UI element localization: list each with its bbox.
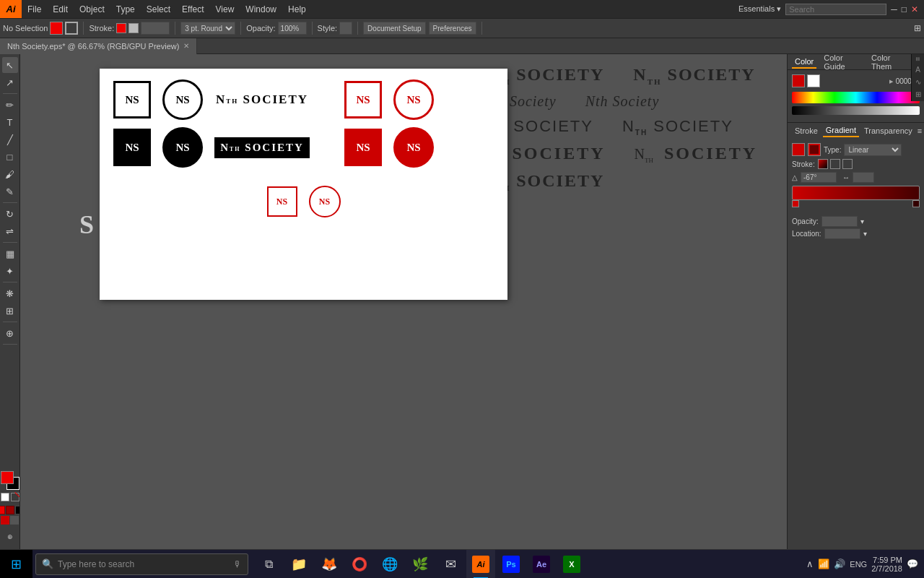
aftereffects-btn[interactable]: Ae: [527, 550, 556, 579]
stroke-value-input[interactable]: [141, 22, 170, 35]
style-box[interactable]: [339, 22, 352, 35]
gray-swatch[interactable]: [10, 516, 19, 525]
mail-btn[interactable]: ✉: [436, 550, 465, 579]
edge-btn[interactable]: 🌐: [375, 550, 404, 579]
gradient-color-box-2[interactable]: [808, 143, 821, 156]
line-tool[interactable]: ╱: [2, 131, 18, 147]
menu-file[interactable]: File: [22, 2, 47, 17]
firefox-btn[interactable]: 🦊: [315, 550, 344, 579]
gradient-location-input[interactable]: [824, 228, 860, 239]
paintbrush-tool[interactable]: 🖌: [2, 166, 18, 182]
toolbar: No Selection Stroke: 3 pt. Round Opacity…: [0, 18, 924, 38]
red-swatch-3[interactable]: [1, 516, 9, 525]
menu-object[interactable]: Object: [74, 2, 110, 17]
none-swatch[interactable]: [11, 493, 19, 501]
brightness-bar[interactable]: [792, 106, 920, 115]
tool-extra-icon[interactable]: ⊕: [2, 529, 18, 545]
minimize-btn[interactable]: ─: [891, 4, 897, 14]
opacity-input[interactable]: [278, 22, 307, 35]
white-swatch[interactable]: [1, 493, 9, 501]
start-button[interactable]: ⊞: [0, 550, 32, 579]
mirror-tool[interactable]: ⇌: [2, 223, 18, 239]
stroke-size-select[interactable]: 3 pt. Round: [180, 22, 235, 35]
taskview-btn[interactable]: ⧉: [254, 550, 283, 579]
gradient-opacity-input[interactable]: [821, 216, 858, 227]
color-tab[interactable]: Color: [792, 56, 816, 69]
transparency-tab[interactable]: Transparency: [861, 125, 915, 137]
canvas-area[interactable]: S NTH SOCIETY NTH SOCIETY Nth Society Nt…: [20, 54, 787, 549]
gradient-ratio-input[interactable]: [853, 172, 874, 183]
expand-tray-icon[interactable]: ∧: [806, 558, 814, 569]
close-btn[interactable]: ✕: [911, 4, 918, 14]
tab-close-btn[interactable]: ✕: [183, 42, 189, 50]
gradient-stop-right[interactable]: [912, 200, 920, 207]
menu-search-input[interactable]: [785, 4, 886, 15]
preferences-btn[interactable]: Preferences: [429, 22, 476, 35]
photoshop-btn[interactable]: Ps: [497, 550, 526, 579]
pen-tool[interactable]: ✏: [2, 97, 18, 113]
opera-btn[interactable]: ⭕: [345, 550, 374, 579]
restore-btn[interactable]: □: [902, 4, 907, 14]
symbol-tool[interactable]: ❋: [2, 285, 18, 301]
gradient-bar[interactable]: [792, 186, 920, 200]
excel-btn[interactable]: X: [557, 550, 586, 579]
gradient-stop-left[interactable]: [792, 200, 799, 207]
panel-icon-2[interactable]: A: [915, 66, 920, 74]
gradient-color-box-1[interactable]: [792, 143, 805, 156]
gradient-tab[interactable]: Gradient: [823, 124, 859, 137]
fg-swatch[interactable]: [1, 471, 14, 484]
red-swatch-2[interactable]: [6, 506, 14, 514]
artboard-tool[interactable]: ⊞: [2, 303, 18, 319]
doc-setup-btn[interactable]: Document Setup: [363, 22, 426, 35]
gradient-tool[interactable]: ▦: [2, 246, 18, 262]
white-color-swatch[interactable]: [807, 74, 820, 87]
stroke-grad-icon-3[interactable]: [842, 159, 853, 169]
gradient-panel-collapse[interactable]: ≡: [918, 126, 922, 135]
color-guide-tab[interactable]: Color Guide: [821, 54, 864, 72]
red-swatch-1[interactable]: [0, 506, 5, 514]
panel-icon-3[interactable]: ∿: [915, 78, 921, 86]
menu-help[interactable]: Help: [282, 2, 312, 17]
arrange-icon[interactable]: ⊞: [914, 23, 921, 33]
microphone-icon[interactable]: 🎙: [233, 559, 242, 569]
expand-icon[interactable]: ▸: [889, 77, 894, 86]
rect-tool[interactable]: □: [2, 149, 18, 165]
gradient-angle-input[interactable]: [801, 172, 837, 183]
file-explorer-btn[interactable]: 📁: [284, 550, 313, 579]
notification-icon[interactable]: 💬: [907, 558, 918, 569]
illustrator-btn[interactable]: Ai: [466, 550, 495, 579]
menu-window[interactable]: Window: [240, 2, 282, 17]
menu-edit[interactable]: Edit: [47, 2, 74, 17]
menu-effect[interactable]: Effect: [176, 2, 209, 17]
menu-select[interactable]: Select: [141, 2, 176, 17]
stroke-color-box[interactable]: [65, 22, 78, 35]
stroke-grad-icon-2[interactable]: [830, 159, 840, 169]
stroke-fill-box[interactable]: [116, 23, 126, 33]
red-color-swatch[interactable]: [792, 74, 805, 87]
document-tab[interactable]: Nth Society.eps* @ 66.67% (RGB/GPU Previ…: [0, 38, 197, 54]
app6-btn[interactable]: 🌿: [406, 550, 435, 579]
direct-select-tool[interactable]: ↗: [2, 74, 18, 90]
fill-color-box[interactable]: [50, 22, 63, 35]
network-icon[interactable]: 📶: [818, 558, 829, 569]
select-tool[interactable]: ↖: [2, 57, 18, 73]
color-them-tab[interactable]: Color Them: [868, 54, 911, 72]
gradient-type-select[interactable]: Linear Radial: [844, 144, 902, 156]
stroke-stroke-box[interactable]: [128, 23, 139, 33]
panel-icon-4[interactable]: ⊞: [915, 90, 921, 98]
stroke-tab[interactable]: Stroke: [792, 125, 821, 137]
eyedropper-tool[interactable]: ✦: [2, 263, 18, 279]
pencil-tool[interactable]: ✎: [2, 184, 18, 199]
time-block[interactable]: 7:59 PM 2/7/2018: [871, 556, 902, 573]
menu-type[interactable]: Type: [110, 2, 141, 17]
taskbar-search-box[interactable]: 🔍 Type here to search 🎙: [35, 553, 248, 575]
color-spectrum[interactable]: [792, 92, 920, 103]
rotate-tool[interactable]: ↻: [2, 206, 18, 222]
menu-view[interactable]: View: [210, 2, 240, 17]
type-tool[interactable]: T: [2, 114, 18, 130]
black-swatch[interactable]: [15, 506, 21, 514]
zoom-tool[interactable]: ⊕: [2, 325, 18, 341]
volume-icon[interactable]: 🔊: [834, 558, 845, 569]
panel-icon-1[interactable]: ≡: [914, 57, 922, 61]
stroke-grad-icon-1[interactable]: [818, 159, 828, 169]
